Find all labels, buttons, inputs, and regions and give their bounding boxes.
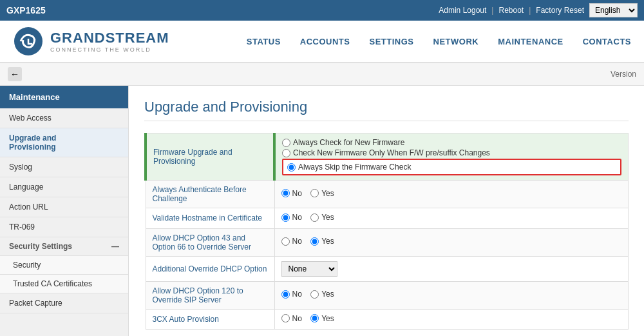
sidebar-item-security[interactable]: Security <box>0 256 128 275</box>
radio-3cx-yes[interactable] <box>310 314 319 322</box>
always-authenticate-label: Always Authenticate Before Challenge <box>146 181 274 208</box>
firmware-option-always-check: Always Check for New Firmware <box>282 138 621 147</box>
additional-dhcp-select[interactable]: None Option 43 Option 66 <box>281 261 337 277</box>
logo-area: GRANDSTREAM CONNECTING THE WORLD <box>13 26 169 57</box>
language-select[interactable]: English Chinese Spanish <box>589 3 638 17</box>
breadcrumb-bar: ← Version <box>0 63 644 86</box>
sidebar-item-tr-069[interactable]: TR-069 <box>0 217 128 237</box>
header: GRANDSTREAM CONNECTING THE WORLD STATUS … <box>0 21 644 63</box>
sidebar-item-web-access[interactable]: Web Access <box>0 108 128 128</box>
nav-status[interactable]: STATUS <box>247 37 281 46</box>
firmware-options-cell: Always Check for New Firmware Check New … <box>274 133 629 181</box>
sidebar-item-trusted-ca[interactable]: Trusted CA Certificates <box>0 275 128 293</box>
sidebar-item-action-url[interactable]: Action URL <box>0 197 128 217</box>
logo-main-text: GRANDSTREAM <box>50 30 169 46</box>
sidebar-item-language[interactable]: Language <box>0 177 128 197</box>
radio-dhcp-43-66-no[interactable] <box>281 237 290 246</box>
nav-settings[interactable]: SETTINGS <box>369 37 413 46</box>
dhcp-120-label: Allow DHCP Option 120 to Override SIP Se… <box>146 281 274 309</box>
nav-maintenance[interactable]: MAINTENANCE <box>498 37 564 46</box>
radio-always-check[interactable] <box>282 139 290 147</box>
dhcp-120-value: No Yes <box>274 281 629 309</box>
content-area: Upgrade and Provisioning Firmware Upgrad… <box>129 86 644 336</box>
3cx-auto-value: No Yes <box>274 309 629 330</box>
main-layout: Maintenance Web Access Upgrade andProvis… <box>0 86 644 336</box>
firmware-option-always-skip-highlighted: Always Skip the Firmware Check <box>282 159 621 175</box>
firmware-label: Firmware Upgrade and Provisioning <box>146 133 274 181</box>
sidebar-item-packet-capture[interactable]: Packet Capture <box>0 293 128 313</box>
radio-auth-yes[interactable] <box>310 189 319 197</box>
radio-check-prefix[interactable] <box>282 149 290 157</box>
radio-check-prefix-label: Check New Firmware Only When F/W pre/suf… <box>293 148 490 157</box>
page-title: Upgrade and Provisioning <box>144 99 629 121</box>
sidebar-security-settings-label: Security Settings <box>9 242 72 251</box>
table-row-3cx-auto: 3CX Auto Provision No Yes <box>146 309 629 330</box>
dhcp-43-66-value: No Yes <box>274 228 629 256</box>
nav-contacts[interactable]: CONTACTS <box>583 37 631 46</box>
radio-always-skip-label: Always Skip the Firmware Check <box>298 163 411 172</box>
additional-dhcp-label: Additional Override DHCP Option <box>146 256 274 281</box>
top-bar: GXP1625 Admin Logout | Reboot | Factory … <box>0 0 644 21</box>
grandstream-logo-icon <box>13 26 44 57</box>
table-row-dhcp-43-66: Allow DHCP Option 43 and Option 66 to Ov… <box>146 228 629 256</box>
radio-validate-yes[interactable] <box>310 213 319 222</box>
additional-dhcp-value: None Option 43 Option 66 <box>274 256 629 281</box>
table-row-firmware: Firmware Upgrade and Provisioning Always… <box>146 133 629 181</box>
device-title: GXP1625 <box>6 5 46 15</box>
radio-validate-no[interactable] <box>281 213 290 222</box>
logo-sub-text: CONNECTING THE WORLD <box>50 46 169 53</box>
settings-table: Firmware Upgrade and Provisioning Always… <box>144 133 629 330</box>
radio-3cx-no[interactable] <box>281 314 290 322</box>
factory-reset-link[interactable]: Factory Reset <box>536 6 584 15</box>
validate-hostname-label: Validate Hostname in Certificate <box>146 208 274 229</box>
nav-accounts[interactable]: ACCOUNTS <box>300 37 350 46</box>
radio-dhcp-43-66-yes[interactable] <box>310 237 319 246</box>
always-authenticate-value: No Yes <box>274 181 629 208</box>
radio-auth-no[interactable] <box>281 189 290 197</box>
firmware-options-group: Always Check for New Firmware Check New … <box>282 138 621 175</box>
radio-dhcp-120-no[interactable] <box>281 290 290 299</box>
version-label: Version <box>611 70 636 79</box>
nav-network[interactable]: NETWORK <box>433 37 479 46</box>
table-row-validate-hostname: Validate Hostname in Certificate No Yes <box>146 208 629 229</box>
logo-text: GRANDSTREAM CONNECTING THE WORLD <box>50 30 169 53</box>
3cx-auto-label: 3CX Auto Provision <box>146 309 274 330</box>
sidebar-item-syslog[interactable]: Syslog <box>0 157 128 177</box>
top-bar-actions: Admin Logout | Reboot | Factory Reset En… <box>439 3 638 17</box>
sidebar-item-upgrade-provisioning[interactable]: Upgrade andProvisioning <box>0 128 128 157</box>
admin-logout-link[interactable]: Admin Logout <box>439 6 486 15</box>
radio-always-check-label: Always Check for New Firmware <box>293 138 404 147</box>
table-row-always-authenticate: Always Authenticate Before Challenge No … <box>146 181 629 208</box>
dhcp-43-66-label: Allow DHCP Option 43 and Option 66 to Ov… <box>146 228 274 256</box>
reboot-link[interactable]: Reboot <box>498 6 524 15</box>
radio-always-skip[interactable] <box>287 163 296 172</box>
sidebar-security-settings-group[interactable]: Security Settings — <box>0 237 128 256</box>
main-nav: STATUS ACCOUNTS SETTINGS NETWORK MAINTEN… <box>247 37 631 46</box>
table-row-additional-dhcp: Additional Override DHCP Option None Opt… <box>146 256 629 281</box>
sidebar-active-maintenance: Maintenance <box>0 86 128 108</box>
validate-hostname-value: No Yes <box>274 208 629 229</box>
radio-dhcp-120-yes[interactable] <box>310 290 319 299</box>
breadcrumb-icon[interactable]: ← <box>8 67 22 81</box>
table-row-dhcp-120: Allow DHCP Option 120 to Override SIP Se… <box>146 281 629 309</box>
firmware-option-check-prefix: Check New Firmware Only When F/W pre/suf… <box>282 148 621 157</box>
sidebar-collapse-icon: — <box>111 242 119 251</box>
sidebar: Maintenance Web Access Upgrade andProvis… <box>0 86 129 336</box>
